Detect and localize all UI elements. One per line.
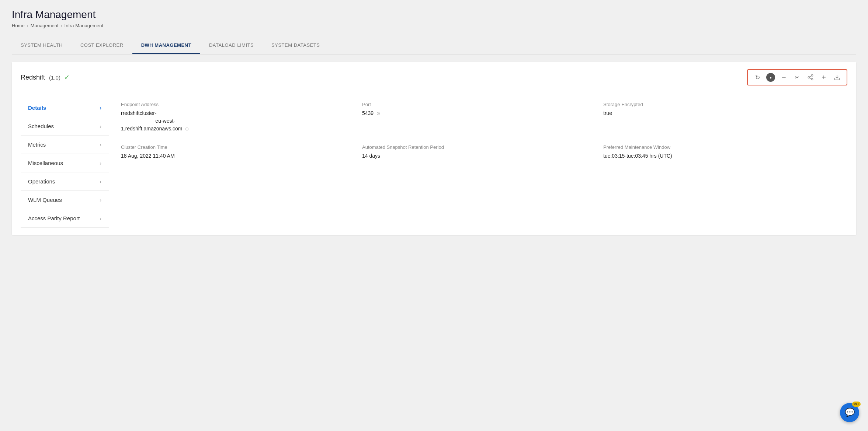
add-icon[interactable]: + bbox=[819, 73, 828, 82]
card-title-name: Redshift bbox=[21, 74, 45, 81]
copy-endpoint-icon[interactable]: ⊙ bbox=[185, 126, 189, 132]
detail-snapshot-value: 14 days bbox=[362, 152, 594, 160]
breadcrumb-management[interactable]: Management bbox=[31, 23, 59, 28]
sidebar-item-access-parity[interactable]: Access Parity Report › bbox=[21, 209, 109, 228]
detail-maintenance-value: tue:03:15-tue:03:45 hrs (UTC) bbox=[603, 152, 836, 160]
detail-cluster-creation-label: Cluster Creation Time bbox=[121, 144, 353, 150]
detail-snapshot-label: Automated Snapshot Retention Period bbox=[362, 144, 594, 150]
chevron-wlm-icon: › bbox=[100, 197, 101, 203]
breadcrumb-current: Infra Management bbox=[65, 23, 104, 28]
sidebar-item-operations[interactable]: Operations › bbox=[21, 172, 109, 191]
sidebar-item-details-label: Details bbox=[28, 105, 46, 111]
svg-point-2 bbox=[811, 78, 813, 80]
detail-port-label: Port bbox=[362, 102, 594, 107]
tab-system-health[interactable]: SYSTEM HEALTH bbox=[12, 37, 72, 54]
svg-point-1 bbox=[808, 77, 810, 78]
sidebar-item-details[interactable]: Details › bbox=[21, 99, 109, 117]
tab-dwh-management[interactable]: DWH MANAGEMENT bbox=[132, 37, 200, 54]
detail-endpoint-label: Endpoint Address bbox=[121, 102, 353, 107]
tab-system-datasets[interactable]: SYSTEM DATASETS bbox=[263, 37, 329, 54]
card-version: (1.0) bbox=[49, 74, 60, 81]
toolbar-icons: ↻ ● → ✂ + bbox=[747, 69, 847, 85]
detail-endpoint-address: Endpoint Address rredshiftcluster- eu-we… bbox=[121, 102, 353, 133]
detail-storage-encrypted: Storage Encrypted true bbox=[603, 102, 836, 133]
download-icon[interactable] bbox=[833, 73, 841, 82]
copy-port-icon[interactable]: ⊙ bbox=[376, 110, 380, 117]
tab-dataload-limits[interactable]: DATALOAD LIMITS bbox=[200, 37, 263, 54]
refresh-icon[interactable]: ↻ bbox=[753, 73, 762, 82]
details-panel: Endpoint Address rredshiftcluster- eu-we… bbox=[109, 99, 847, 228]
stop-icon[interactable]: ● bbox=[766, 73, 775, 82]
breadcrumb-sep-1: › bbox=[27, 23, 28, 28]
detail-endpoint-value: rredshiftcluster- eu-west- 1.redshift.am… bbox=[121, 109, 353, 133]
sidebar-item-wlm-label: WLM Queues bbox=[28, 197, 62, 203]
chevron-misc-icon: › bbox=[100, 160, 101, 166]
sidebar-item-metrics[interactable]: Metrics › bbox=[21, 136, 109, 154]
sidebar-item-schedules-label: Schedules bbox=[28, 123, 54, 129]
sidebar-item-metrics-label: Metrics bbox=[28, 141, 46, 148]
detail-port-value: 5439 ⊙ bbox=[362, 109, 594, 117]
detail-port: Port 5439 ⊙ bbox=[362, 102, 594, 133]
sidebar-item-schedules[interactable]: Schedules › bbox=[21, 117, 109, 136]
sidebar-item-access-label: Access Parity Report bbox=[28, 215, 80, 221]
chat-badge: 99+ bbox=[852, 402, 861, 407]
chevron-metrics-icon: › bbox=[100, 142, 101, 148]
page-title: Infra Management bbox=[12, 9, 856, 21]
detail-storage-value: true bbox=[603, 109, 836, 117]
status-check-icon: ✓ bbox=[64, 73, 70, 81]
svg-line-3 bbox=[809, 78, 811, 79]
share-icon[interactable] bbox=[806, 73, 815, 82]
chat-icon: 💬 bbox=[845, 408, 855, 417]
svg-line-4 bbox=[809, 76, 811, 77]
chevron-operations-icon: › bbox=[100, 179, 101, 185]
sidebar-item-wlm-queues[interactable]: WLM Queues › bbox=[21, 191, 109, 209]
detail-cluster-creation: Cluster Creation Time 18 Aug, 2022 11:40… bbox=[121, 144, 353, 160]
card-title-area: Redshift (1.0) ✓ bbox=[21, 73, 70, 81]
page-wrapper: Infra Management Home › Management › Inf… bbox=[0, 0, 868, 431]
chevron-access-icon: › bbox=[100, 216, 101, 221]
breadcrumb-home[interactable]: Home bbox=[12, 23, 25, 28]
details-grid: Endpoint Address rredshiftcluster- eu-we… bbox=[121, 102, 836, 160]
sidebar-item-misc-label: Miscellaneous bbox=[28, 160, 63, 166]
tabs-bar: SYSTEM HEALTH COST EXPLORER DWH MANAGEME… bbox=[12, 37, 856, 55]
sidebar-item-operations-label: Operations bbox=[28, 178, 55, 185]
detail-storage-label: Storage Encrypted bbox=[603, 102, 836, 107]
card-title: Redshift (1.0) bbox=[21, 74, 60, 81]
detail-maintenance-window: Preferred Maintenance Window tue:03:15-t… bbox=[603, 144, 836, 160]
detail-cluster-creation-value: 18 Aug, 2022 11:40 AM bbox=[121, 152, 353, 160]
chat-bubble[interactable]: 99+ 💬 bbox=[840, 403, 859, 422]
detail-snapshot-retention: Automated Snapshot Retention Period 14 d… bbox=[362, 144, 594, 160]
svg-point-0 bbox=[811, 75, 813, 77]
breadcrumb: Home › Management › Infra Management bbox=[12, 23, 856, 28]
card-header: Redshift (1.0) ✓ ↻ ● → ✂ + bbox=[21, 69, 847, 90]
content-layout: Details › Schedules › Metrics › Miscella… bbox=[21, 99, 847, 228]
detail-maintenance-label: Preferred Maintenance Window bbox=[603, 144, 836, 150]
tab-cost-explorer[interactable]: COST EXPLORER bbox=[72, 37, 132, 54]
side-nav: Details › Schedules › Metrics › Miscella… bbox=[21, 99, 109, 228]
sidebar-item-miscellaneous[interactable]: Miscellaneous › bbox=[21, 154, 109, 172]
scissors-icon[interactable]: ✂ bbox=[793, 73, 802, 82]
breadcrumb-sep-2: › bbox=[61, 23, 62, 28]
main-card: Redshift (1.0) ✓ ↻ ● → ✂ + bbox=[12, 62, 856, 235]
chevron-details-icon: › bbox=[100, 105, 101, 111]
chevron-schedules-icon: › bbox=[100, 123, 101, 129]
arrow-icon[interactable]: → bbox=[780, 73, 788, 82]
